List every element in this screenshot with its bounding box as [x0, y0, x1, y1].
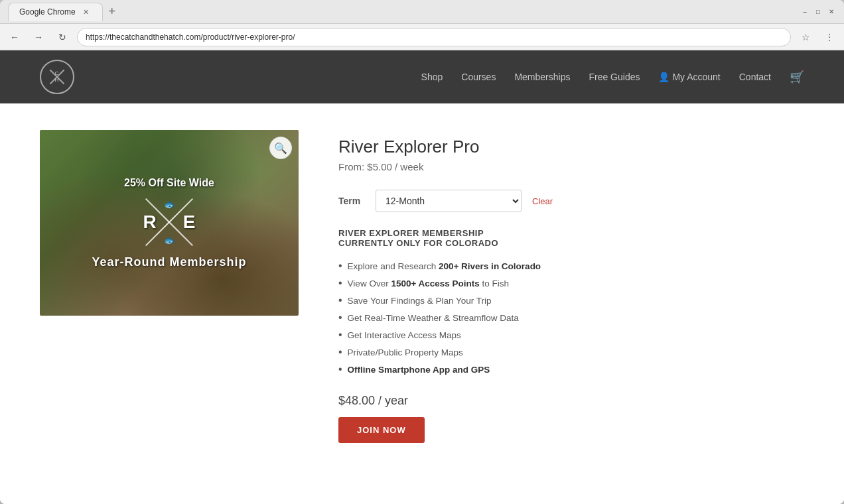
url-text: https://thecatchandthehatch.com/product/… — [86, 32, 295, 42]
tab-area: Google Chrome ✕ + — [8, 3, 795, 21]
bullet-4: • — [338, 312, 342, 323]
feature-text-7: Offline Smartphone App and GPS — [348, 365, 490, 375]
bookmark-icon[interactable]: ☆ — [796, 28, 815, 46]
website-content: CH Shop Courses Memberships Free Guides … — [0, 50, 844, 504]
address-bar-row: ← → ↻ https://thecatchandthehatch.com/pr… — [0, 24, 844, 50]
feature-item-3: • Save Your Findings & Plan Your Trip — [338, 292, 664, 309]
new-tab-button[interactable]: + — [103, 3, 121, 21]
fish-icon-bottom: 🐟 — [164, 235, 175, 245]
zoom-button[interactable]: 🔍 — [269, 137, 292, 159]
feature-text-2: View Over 1500+ Access Points to Fish — [348, 279, 510, 288]
feature-item-6: • Private/Public Property Maps — [338, 344, 664, 361]
account-person-icon: 👤 — [658, 72, 669, 82]
clear-link[interactable]: Clear — [532, 196, 553, 206]
product-image-bottom-text: Year-Round Membership — [53, 255, 285, 269]
bullet-1: • — [338, 261, 342, 271]
minimize-button[interactable]: – — [800, 7, 809, 17]
product-image-cross: R E 🐟 🐟 — [129, 196, 209, 249]
letter-r: R — [143, 212, 157, 233]
nav-shop[interactable]: Shop — [421, 72, 443, 82]
bullet-2: • — [338, 278, 342, 288]
product-image-overlay: 25% Off Site Wide R E 🐟 🐟 Year-Round Mem — [40, 164, 299, 283]
feature-list: • Explore and Research 200+ Rivers in Co… — [338, 257, 664, 378]
browser-window: Google Chrome ✕ + – □ ✕ ← → ↻ https://th… — [0, 0, 844, 504]
annual-price: $48.00 / year — [338, 394, 664, 408]
product-image-top-text: 25% Off Site Wide — [53, 177, 285, 189]
feature-item-2: • View Over 1500+ Access Points to Fish — [338, 275, 664, 292]
browser-tab[interactable]: Google Chrome ✕ — [8, 3, 103, 21]
fish-icon-top: 🐟 — [164, 199, 175, 210]
feature-text-6: Private/Public Property Maps — [348, 347, 463, 357]
title-bar: Google Chrome ✕ + – □ ✕ — [0, 0, 844, 24]
logo-text: CH — [55, 70, 60, 83]
product-price: From: $5.00 / week — [338, 161, 664, 172]
site-nav: CH Shop Courses Memberships Free Guides … — [0, 50, 844, 103]
nav-links: Shop Courses Memberships Free Guides 👤 M… — [421, 70, 804, 84]
nav-memberships[interactable]: Memberships — [514, 72, 570, 82]
feature-text-5: Get Interactive Access Maps — [348, 330, 461, 340]
cart-icon[interactable]: 🛒 — [790, 70, 804, 84]
bullet-7: • — [338, 364, 342, 375]
feature-text-4: Get Real-Time Weather & Streamflow Data — [348, 313, 519, 323]
forward-button[interactable]: → — [29, 28, 48, 46]
nav-free-guides[interactable]: Free Guides — [589, 72, 640, 82]
bullet-6: • — [338, 347, 342, 357]
product-title: River Explorer Pro — [338, 137, 664, 157]
product-image: 25% Off Site Wide R E 🐟 🐟 Year-Round Mem — [40, 130, 299, 316]
main-content: 25% Off Site Wide R E 🐟 🐟 Year-Round Mem — [0, 103, 703, 470]
tab-title: Google Chrome — [19, 7, 76, 17]
feature-item-7: • Offline Smartphone App and GPS — [338, 361, 664, 378]
bullet-5: • — [338, 330, 342, 340]
nav-my-account[interactable]: 👤 My Account — [658, 72, 720, 82]
tab-close-button[interactable]: ✕ — [81, 7, 92, 17]
membership-heading: RIVER EXPLORER MEMBERSHIPCURRENTLY ONLY … — [338, 228, 664, 248]
back-button[interactable]: ← — [5, 28, 24, 46]
join-now-button[interactable]: JOIN NOW — [338, 417, 425, 443]
reload-button[interactable]: ↻ — [53, 28, 72, 46]
nav-contact[interactable]: Contact — [739, 72, 771, 82]
feature-item-1: • Explore and Research 200+ Rivers in Co… — [338, 257, 664, 275]
address-bar[interactable]: https://thecatchandthehatch.com/product/… — [77, 28, 791, 46]
feature-text-1: Explore and Research 200+ Rivers in Colo… — [348, 261, 541, 271]
maximize-button[interactable]: □ — [813, 7, 823, 17]
feature-item-4: • Get Real-Time Weather & Streamflow Dat… — [338, 309, 664, 326]
window-controls: – □ ✕ — [800, 7, 836, 17]
nav-courses[interactable]: Courses — [461, 72, 496, 82]
letter-e: E — [183, 212, 196, 233]
site-logo[interactable]: CH — [40, 60, 74, 94]
bullet-3: • — [338, 295, 342, 306]
feature-text-3: Save Your Findings & Plan Your Trip — [348, 296, 492, 306]
product-image-container: 25% Off Site Wide R E 🐟 🐟 Year-Round Mem — [40, 130, 299, 443]
cross-letters: R E — [143, 212, 196, 233]
feature-item-5: • Get Interactive Access Maps — [338, 326, 664, 344]
close-button[interactable]: ✕ — [827, 7, 836, 17]
term-row: Term 12-Month Monthly Weekly Clear — [338, 190, 664, 212]
product-info: River Explorer Pro From: $5.00 / week Te… — [338, 130, 664, 443]
browser-menu-icon[interactable]: ⋮ — [820, 28, 839, 46]
term-select[interactable]: 12-Month Monthly Weekly — [376, 190, 522, 212]
term-label: Term — [338, 196, 365, 206]
